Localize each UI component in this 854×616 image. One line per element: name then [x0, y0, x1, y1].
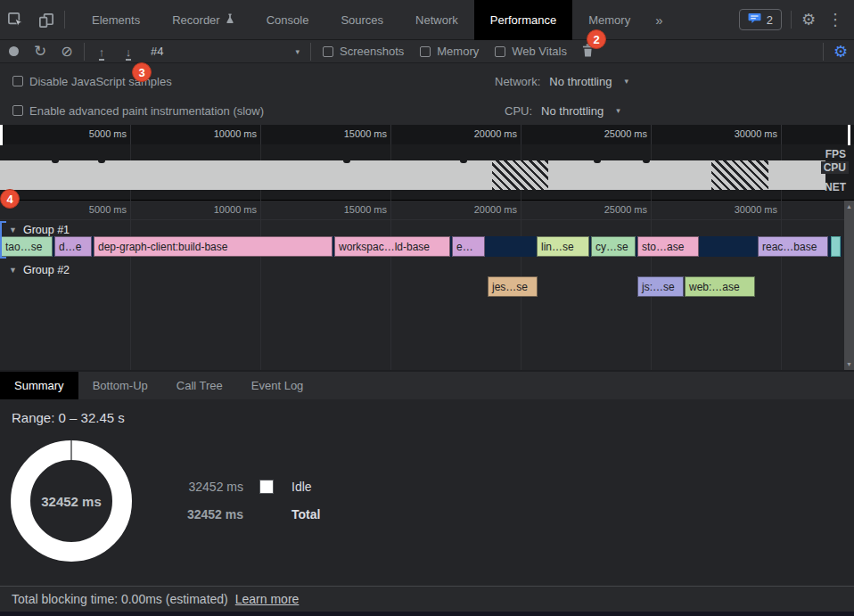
flame-bar[interactable]: jes…se	[488, 276, 538, 297]
panel-tabs-top: ElementsRecorderConsoleSourcesNetworkPer…	[76, 0, 646, 40]
ruler-tick-label: 25000 ms	[585, 204, 647, 215]
reload-and-record-button[interactable]: ↻	[27, 44, 53, 59]
cpu-throttling-dropdown[interactable]: CPU: No throttling▾	[505, 104, 620, 118]
console-messages-button[interactable]: 2	[739, 9, 782, 30]
tab-recorder[interactable]: Recorder	[156, 0, 250, 40]
device-toolbar-icon[interactable]	[30, 0, 61, 40]
tab-label: Network	[415, 13, 458, 27]
ruler-tick-label: 10000 ms	[194, 204, 257, 215]
record-button[interactable]	[0, 45, 27, 58]
checkbox-icon	[323, 46, 333, 57]
tab-elements[interactable]: Elements	[76, 0, 156, 40]
toolbar-right: ⚙	[819, 42, 854, 62]
messages-count: 2	[767, 13, 773, 27]
flame-bar[interactable]: sto…ase	[637, 236, 699, 257]
details-tab-call-tree[interactable]: Call Tree	[162, 372, 237, 399]
tab-label: Performance	[490, 13, 556, 27]
save-profile-button[interactable]: ↓	[115, 45, 142, 58]
flame-gridline	[390, 201, 391, 370]
screenshots-checkbox[interactable]: Screenshots	[323, 45, 404, 58]
tab-network[interactable]: Network	[399, 0, 474, 40]
advanced-paint-checkbox[interactable]: Enable advanced paint instrumentation (s…	[12, 104, 264, 118]
timeline-overview[interactable]: 5000 ms10000 ms15000 ms20000 ms25000 ms3…	[0, 125, 854, 201]
checkbox-label: Web Vitals	[512, 45, 567, 58]
ruler-tick-label: 20000 ms	[455, 128, 517, 139]
checkbox-icon	[12, 105, 23, 116]
network-throttling-dropdown[interactable]: Network: No throttling▾	[495, 75, 628, 88]
flame-bar[interactable]: d…e	[54, 236, 92, 257]
scroll-up-icon[interactable]: ▲	[846, 201, 852, 212]
group-header[interactable]: ▼Group #1	[9, 222, 70, 238]
vertical-scrollbar[interactable]: ▲ ▼	[844, 201, 854, 370]
chevron-down-icon: ▾	[624, 77, 628, 86]
web-vitals-checkbox[interactable]: Web Vitals	[495, 45, 567, 58]
flame-bar[interactable]: js:…se	[637, 276, 684, 297]
capture-options: Disable JavaScript samples Network: No t…	[0, 63, 854, 125]
blocking-time-footer: Total blocking time: 0.00ms (estimated) …	[0, 586, 854, 612]
flame-bar[interactable]: dep-graph-client:build-base	[94, 236, 333, 257]
divider	[791, 11, 792, 29]
donut-total-label: 32452 ms	[11, 440, 132, 562]
ruler-tick-label: 15000 ms	[324, 204, 387, 215]
overview-right-handle[interactable]	[848, 125, 850, 145]
flame-bar[interactable]: lin…se	[537, 236, 589, 257]
tab-label: Elements	[92, 13, 140, 27]
overview-cpu-activity	[0, 160, 825, 190]
summary-donut-chart: 32452 ms	[11, 440, 132, 562]
flame-bar[interactable]: web:…ase	[685, 276, 755, 297]
recording-session-select[interactable]: #4 ▾	[142, 45, 307, 58]
clear-recording-button[interactable]: ⊘	[53, 45, 80, 59]
memory-checkbox[interactable]: Memory	[420, 45, 479, 58]
flame-gridline	[130, 201, 131, 370]
details-tab-event-log[interactable]: Event Log	[237, 372, 318, 399]
capture-settings-gear-icon[interactable]: ⚙	[827, 42, 854, 62]
inspect-element-icon[interactable]	[0, 0, 30, 40]
chevron-down-icon: ▾	[295, 47, 300, 56]
flame-bar[interactable]: workspac…ld-base	[334, 236, 450, 257]
tab-console[interactable]: Console	[250, 0, 325, 40]
tab-performance[interactable]: Performance	[474, 0, 572, 40]
group-header[interactable]: ▼Group #2	[9, 262, 70, 278]
flame-bar[interactable]: tao…se	[1, 236, 53, 257]
scroll-down-icon[interactable]: ▼	[846, 358, 852, 370]
checkbox-icon	[495, 46, 505, 57]
ruler-tick-label: 25000 ms	[585, 128, 647, 139]
summary-legend: 32452 msIdle32452 msTotal	[185, 478, 320, 533]
blocking-time-text: Total blocking time: 0.00ms (estimated)	[12, 592, 228, 606]
load-profile-button[interactable]: ↑	[88, 45, 115, 58]
details-tab-bottom-up[interactable]: Bottom-Up	[78, 372, 162, 399]
flame-gridline	[781, 201, 782, 370]
flame-chart[interactable]: 5000 ms10000 ms15000 ms20000 ms25000 ms3…	[0, 201, 854, 370]
window-bottom-strip	[0, 612, 854, 616]
legend-label: Idle	[292, 480, 312, 494]
group-label: Group #2	[23, 264, 70, 276]
overview-left-handle[interactable]	[0, 125, 3, 145]
legend-row: 32452 msIdle	[185, 478, 320, 496]
checkbox-label: Enable advanced paint instrumentation (s…	[29, 104, 264, 118]
group-label: Group #1	[23, 224, 70, 236]
network-label: Network:	[495, 75, 540, 88]
checkbox-icon	[420, 46, 431, 57]
annotation-badge-2: 2	[587, 29, 606, 49]
capture-toggles: ScreenshotsMemoryWeb Vitals	[315, 45, 575, 58]
chevron-down-icon: ▼	[9, 266, 17, 275]
flame-bar[interactable]: cy…se	[591, 236, 636, 257]
cpu-label: CPU:	[505, 104, 532, 118]
details-tab-summary[interactable]: Summary	[0, 372, 78, 399]
chevron-down-icon: ▼	[9, 226, 17, 234]
kebab-menu-icon[interactable]: ⋮	[822, 10, 849, 29]
flame-bar[interactable]: reac…base	[758, 236, 828, 257]
divider	[64, 11, 65, 29]
learn-more-link[interactable]: Learn more	[235, 592, 300, 606]
flame-bar[interactable]	[831, 236, 841, 257]
flame-bar[interactable]: e…	[452, 236, 485, 257]
devtools-window: ElementsRecorderConsoleSourcesNetworkPer…	[0, 0, 854, 616]
more-panels-button[interactable]: »	[646, 0, 671, 40]
tab-memory[interactable]: Memory	[572, 0, 646, 40]
session-value: #4	[151, 45, 163, 58]
tab-sources[interactable]: Sources	[324, 0, 399, 40]
settings-gear-icon[interactable]: ⚙	[795, 10, 822, 29]
checkbox-icon	[12, 76, 23, 86]
record-dot-icon	[9, 46, 19, 56]
range-text: Range: 0 – 32.45 s	[12, 410, 125, 425]
